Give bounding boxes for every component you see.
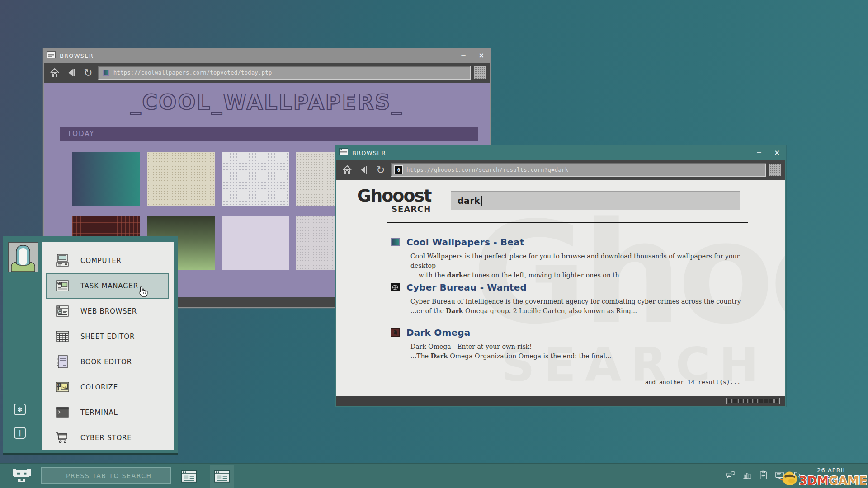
result-snippet: Cyber Bureau of Intelligence is the gove… xyxy=(410,297,748,316)
address-bar[interactable]: 0 https://ghooost.corn/search/results.co… xyxy=(391,163,766,177)
user-avatar[interactable] xyxy=(8,242,38,272)
menu-item-colorize[interactable]: COLORIZE xyxy=(42,375,174,400)
terminal-icon xyxy=(54,405,71,420)
browser-toolbar: ↻ 0 https://ghooost.corn/search/results.… xyxy=(336,160,785,180)
wallpaper-thumbnail[interactable] xyxy=(72,152,140,206)
result-snippet: Cool Wallpapers is the perfect place for… xyxy=(410,252,748,280)
window-titlebar[interactable]: BROWSER − × xyxy=(44,48,490,63)
book-editor-icon xyxy=(54,355,71,369)
taskbar-window-browser-1[interactable] xyxy=(179,468,199,484)
close-button[interactable]: × xyxy=(774,150,780,156)
dark-omega-icon xyxy=(391,328,400,337)
home-button[interactable] xyxy=(340,163,354,177)
window-statusbar xyxy=(336,396,785,406)
back-button[interactable] xyxy=(65,66,78,80)
3dmgame-watermark: 3DMGAME xyxy=(778,469,867,488)
window-titlebar[interactable]: BROWSER − × xyxy=(336,145,785,160)
web-browser-icon xyxy=(54,304,71,319)
sheet-editor-icon xyxy=(54,329,71,344)
chat-icon[interactable] xyxy=(726,470,736,480)
menu-item-cyber-store[interactable]: CYBER STORE xyxy=(42,425,174,450)
back-button[interactable] xyxy=(357,163,371,177)
page-button[interactable] xyxy=(474,66,486,79)
ghooost-favicon: 0 xyxy=(395,166,402,174)
menu-item-web-browser[interactable]: WEB BROWSER xyxy=(42,299,174,324)
taskbar-window-browser-2[interactable] xyxy=(212,468,232,484)
result-link[interactable]: Dark Omega xyxy=(406,327,470,338)
wallpaper-thumbnail[interactable] xyxy=(147,152,215,206)
computer-icon xyxy=(54,253,71,268)
search-input[interactable]: dark xyxy=(451,191,740,210)
text-caret xyxy=(481,196,482,206)
close-button[interactable]: × xyxy=(478,52,484,59)
wallpaper-thumbnail[interactable] xyxy=(222,216,289,270)
result-link[interactable]: Cool Wallpapers - Beat xyxy=(406,237,524,248)
menu-item-computer[interactable]: COMPUTER xyxy=(42,248,174,273)
ghooost-logo-title: Ghooost xyxy=(357,187,431,204)
more-results-text: and another 14 result(s)... xyxy=(645,379,741,385)
browser-window-search: BROWSER − × ↻ 0 https://ghooost.corn/sea… xyxy=(335,145,786,407)
url-text: https://coolwallpapers.corn/topvoted/tod… xyxy=(113,70,272,76)
taskbar: 26 APRIL TUESDAY xyxy=(0,463,868,488)
start-menu: ✽ | COMPUTER TASK MANAGER WEB BROWSER SH… xyxy=(3,236,178,455)
site-favicon xyxy=(103,70,109,76)
page-button[interactable] xyxy=(769,164,781,176)
colorize-icon xyxy=(54,380,71,394)
search-result: Dark Omega Dark Omega - Enter at your ow… xyxy=(391,327,748,361)
search-result: Cool Wallpapers - Beat Cool Wallpapers i… xyxy=(391,237,748,280)
results-divider xyxy=(387,222,748,223)
url-text: https://ghooost.corn/search/results.corn… xyxy=(406,167,568,173)
bar-chart-icon[interactable] xyxy=(742,470,752,480)
result-snippet: Dark Omega - Enter at your own risk! ...… xyxy=(410,342,748,361)
address-bar[interactable]: https://coolwallpapers.corn/topvoted/tod… xyxy=(98,66,471,80)
cyber-bureau-icon xyxy=(391,283,400,291)
watermark-bird-icon xyxy=(778,469,799,488)
today-section-bar: TODAY xyxy=(60,127,478,141)
reload-button[interactable]: ↻ xyxy=(81,66,95,80)
reload-button[interactable]: ↻ xyxy=(374,163,387,177)
browser-toolbar: ↻ https://coolwallpapers.corn/topvoted/t… xyxy=(44,63,490,83)
menu-item-sheet-editor[interactable]: SHEET EDITOR xyxy=(42,324,174,349)
watermark-text-3dm: 3DM xyxy=(799,474,829,488)
settings-button[interactable]: ✽ xyxy=(14,404,26,415)
search-results-page: Ghooost SEARCH Ghooost SEARCH dark Cool … xyxy=(336,180,785,396)
ghooost-logo-subtitle: SEARCH xyxy=(357,204,431,214)
mouse-cursor-hand xyxy=(137,286,148,300)
menu-item-task-manager[interactable]: TASK MANAGER xyxy=(46,273,169,299)
result-link[interactable]: Cyber Bureau - Wanted xyxy=(406,282,527,293)
power-button[interactable]: | xyxy=(14,427,26,439)
minimize-button[interactable]: − xyxy=(461,52,467,59)
browser-window-icon xyxy=(47,51,56,60)
browser-window-icon xyxy=(339,148,348,157)
task-manager-icon xyxy=(54,279,71,293)
search-result: Cyber Bureau - Wanted Cyber Bureau of In… xyxy=(391,282,748,316)
start-menu-list: COMPUTER TASK MANAGER WEB BROWSER SHEET … xyxy=(42,242,174,450)
window-title: BROWSER xyxy=(352,150,386,156)
start-button-invader-icon[interactable] xyxy=(13,469,31,484)
home-button[interactable] xyxy=(48,66,61,80)
horizontal-scrollbar[interactable] xyxy=(726,398,780,404)
wallpaper-site-icon xyxy=(391,238,400,246)
menu-item-book-editor[interactable]: BOOK EDITOR xyxy=(42,349,174,375)
minimize-button[interactable]: − xyxy=(756,150,762,156)
search-query-text: dark xyxy=(458,196,480,206)
watermark-text-game: GAME xyxy=(829,474,867,488)
wallpaper-thumbnail[interactable] xyxy=(222,152,289,206)
window-title: BROWSER xyxy=(60,52,94,59)
ghooost-logo: Ghooost SEARCH xyxy=(357,187,431,214)
cyber-store-icon xyxy=(54,431,71,445)
clipboard-icon[interactable] xyxy=(758,470,769,480)
menu-item-terminal[interactable]: TERMINAL xyxy=(42,400,174,425)
site-title: _COOL_WALLPAPERS_ xyxy=(44,90,490,114)
taskbar-search-input[interactable] xyxy=(41,467,171,484)
